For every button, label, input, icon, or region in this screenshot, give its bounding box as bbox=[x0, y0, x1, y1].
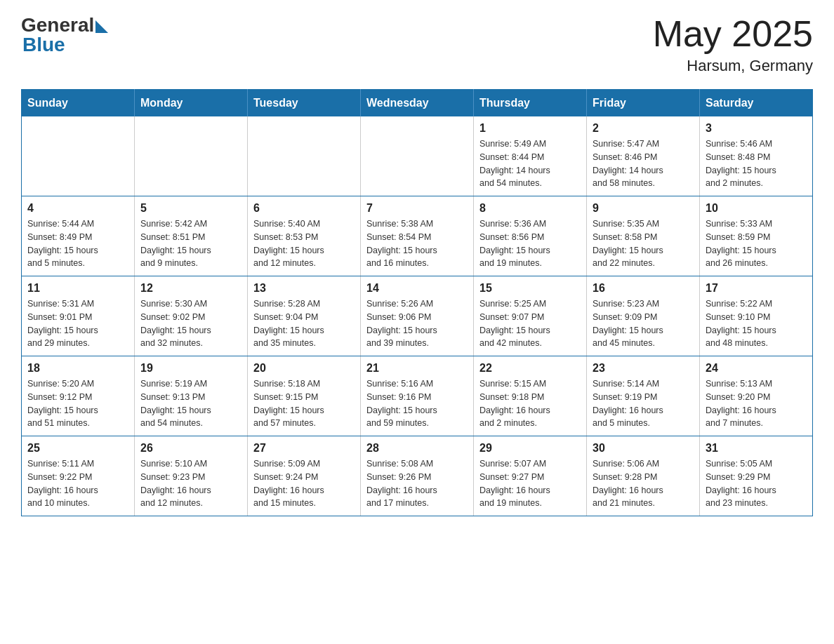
day-info: Sunrise: 5:26 AM Sunset: 9:06 PM Dayligh… bbox=[366, 297, 468, 350]
logo-blue-text: Blue bbox=[22, 34, 65, 56]
calendar-cell: 9Sunrise: 5:35 AM Sunset: 8:58 PM Daylig… bbox=[587, 196, 700, 276]
day-info: Sunrise: 5:31 AM Sunset: 9:01 PM Dayligh… bbox=[27, 297, 128, 350]
day-of-week-header: Sunday bbox=[22, 90, 135, 117]
calendar-cell bbox=[248, 116, 361, 196]
day-of-week-header: Thursday bbox=[474, 90, 587, 117]
day-number: 23 bbox=[593, 362, 694, 375]
day-info: Sunrise: 5:06 AM Sunset: 9:28 PM Dayligh… bbox=[593, 457, 694, 510]
calendar-week-row: 25Sunrise: 5:11 AM Sunset: 9:22 PM Dayli… bbox=[22, 436, 813, 516]
calendar-cell bbox=[135, 116, 248, 196]
calendar-cell: 6Sunrise: 5:40 AM Sunset: 8:53 PM Daylig… bbox=[248, 196, 361, 276]
day-info: Sunrise: 5:13 AM Sunset: 9:20 PM Dayligh… bbox=[706, 377, 807, 430]
calendar-cell: 3Sunrise: 5:46 AM Sunset: 8:48 PM Daylig… bbox=[700, 116, 813, 196]
day-info: Sunrise: 5:18 AM Sunset: 9:15 PM Dayligh… bbox=[253, 377, 355, 430]
day-info: Sunrise: 5:20 AM Sunset: 9:12 PM Dayligh… bbox=[27, 377, 128, 430]
page-location: Harsum, Germany bbox=[653, 57, 813, 75]
calendar-cell: 13Sunrise: 5:28 AM Sunset: 9:04 PM Dayli… bbox=[248, 276, 361, 356]
day-info: Sunrise: 5:08 AM Sunset: 9:26 PM Dayligh… bbox=[366, 457, 468, 510]
day-number: 14 bbox=[366, 282, 468, 295]
day-info: Sunrise: 5:35 AM Sunset: 8:58 PM Dayligh… bbox=[593, 217, 694, 270]
day-info: Sunrise: 5:10 AM Sunset: 9:23 PM Dayligh… bbox=[140, 457, 241, 510]
calendar-cell: 14Sunrise: 5:26 AM Sunset: 9:06 PM Dayli… bbox=[361, 276, 474, 356]
day-info: Sunrise: 5:05 AM Sunset: 9:29 PM Dayligh… bbox=[706, 457, 807, 510]
calendar-cell: 1Sunrise: 5:49 AM Sunset: 8:44 PM Daylig… bbox=[474, 116, 587, 196]
day-number: 29 bbox=[479, 442, 581, 455]
day-info: Sunrise: 5:44 AM Sunset: 8:49 PM Dayligh… bbox=[27, 217, 128, 270]
day-number: 24 bbox=[706, 362, 807, 375]
day-info: Sunrise: 5:28 AM Sunset: 9:04 PM Dayligh… bbox=[253, 297, 355, 350]
day-number: 8 bbox=[479, 202, 581, 215]
day-info: Sunrise: 5:30 AM Sunset: 9:02 PM Dayligh… bbox=[140, 297, 241, 350]
day-info: Sunrise: 5:15 AM Sunset: 9:18 PM Dayligh… bbox=[479, 377, 581, 430]
day-number: 1 bbox=[479, 122, 581, 135]
day-of-week-header: Wednesday bbox=[361, 90, 474, 117]
day-info: Sunrise: 5:09 AM Sunset: 9:24 PM Dayligh… bbox=[253, 457, 355, 510]
day-info: Sunrise: 5:38 AM Sunset: 8:54 PM Dayligh… bbox=[366, 217, 468, 270]
day-of-week-header: Tuesday bbox=[248, 90, 361, 117]
day-number: 19 bbox=[140, 362, 241, 375]
calendar-header-row: SundayMondayTuesdayWednesdayThursdayFrid… bbox=[22, 90, 813, 117]
day-number: 15 bbox=[479, 282, 581, 295]
day-info: Sunrise: 5:07 AM Sunset: 9:27 PM Dayligh… bbox=[479, 457, 581, 510]
day-number: 21 bbox=[366, 362, 468, 375]
day-number: 6 bbox=[253, 202, 355, 215]
calendar-week-row: 11Sunrise: 5:31 AM Sunset: 9:01 PM Dayli… bbox=[22, 276, 813, 356]
day-info: Sunrise: 5:40 AM Sunset: 8:53 PM Dayligh… bbox=[253, 217, 355, 270]
day-number: 30 bbox=[593, 442, 694, 455]
day-number: 25 bbox=[27, 442, 128, 455]
day-info: Sunrise: 5:49 AM Sunset: 8:44 PM Dayligh… bbox=[479, 137, 581, 190]
day-info: Sunrise: 5:25 AM Sunset: 9:07 PM Dayligh… bbox=[479, 297, 581, 350]
calendar-cell: 8Sunrise: 5:36 AM Sunset: 8:56 PM Daylig… bbox=[474, 196, 587, 276]
day-info: Sunrise: 5:46 AM Sunset: 8:48 PM Dayligh… bbox=[706, 137, 807, 190]
calendar-cell bbox=[22, 116, 135, 196]
day-number: 5 bbox=[140, 202, 241, 215]
day-of-week-header: Monday bbox=[135, 90, 248, 117]
calendar-cell: 28Sunrise: 5:08 AM Sunset: 9:26 PM Dayli… bbox=[361, 436, 474, 516]
day-number: 2 bbox=[593, 122, 694, 135]
day-number: 28 bbox=[366, 442, 468, 455]
day-info: Sunrise: 5:36 AM Sunset: 8:56 PM Dayligh… bbox=[479, 217, 581, 270]
day-info: Sunrise: 5:47 AM Sunset: 8:46 PM Dayligh… bbox=[593, 137, 694, 190]
day-info: Sunrise: 5:23 AM Sunset: 9:09 PM Dayligh… bbox=[593, 297, 694, 350]
day-number: 11 bbox=[27, 282, 128, 295]
calendar-cell: 31Sunrise: 5:05 AM Sunset: 9:29 PM Dayli… bbox=[700, 436, 813, 516]
day-number: 4 bbox=[27, 202, 128, 215]
calendar-cell: 21Sunrise: 5:16 AM Sunset: 9:16 PM Dayli… bbox=[361, 356, 474, 436]
calendar-cell: 23Sunrise: 5:14 AM Sunset: 9:19 PM Dayli… bbox=[587, 356, 700, 436]
day-number: 26 bbox=[140, 442, 241, 455]
calendar-table: SundayMondayTuesdayWednesdayThursdayFrid… bbox=[21, 89, 813, 516]
day-info: Sunrise: 5:14 AM Sunset: 9:19 PM Dayligh… bbox=[593, 377, 694, 430]
calendar-cell: 22Sunrise: 5:15 AM Sunset: 9:18 PM Dayli… bbox=[474, 356, 587, 436]
day-number: 16 bbox=[593, 282, 694, 295]
calendar-cell: 15Sunrise: 5:25 AM Sunset: 9:07 PM Dayli… bbox=[474, 276, 587, 356]
day-number: 18 bbox=[27, 362, 128, 375]
day-number: 20 bbox=[253, 362, 355, 375]
calendar-cell: 18Sunrise: 5:20 AM Sunset: 9:12 PM Dayli… bbox=[22, 356, 135, 436]
title-block: May 2025 Harsum, Germany bbox=[653, 14, 813, 75]
calendar-cell: 20Sunrise: 5:18 AM Sunset: 9:15 PM Dayli… bbox=[248, 356, 361, 436]
day-of-week-header: Friday bbox=[587, 90, 700, 117]
calendar-cell: 27Sunrise: 5:09 AM Sunset: 9:24 PM Dayli… bbox=[248, 436, 361, 516]
day-number: 9 bbox=[593, 202, 694, 215]
logo-triangle-icon bbox=[95, 20, 108, 33]
calendar-cell: 16Sunrise: 5:23 AM Sunset: 9:09 PM Dayli… bbox=[587, 276, 700, 356]
day-number: 17 bbox=[706, 282, 807, 295]
calendar-cell: 10Sunrise: 5:33 AM Sunset: 8:59 PM Dayli… bbox=[700, 196, 813, 276]
calendar-cell: 2Sunrise: 5:47 AM Sunset: 8:46 PM Daylig… bbox=[587, 116, 700, 196]
page-header: General Blue May 2025 Harsum, Germany bbox=[21, 14, 813, 75]
day-number: 27 bbox=[253, 442, 355, 455]
logo: General Blue bbox=[21, 14, 108, 56]
day-info: Sunrise: 5:19 AM Sunset: 9:13 PM Dayligh… bbox=[140, 377, 241, 430]
day-info: Sunrise: 5:16 AM Sunset: 9:16 PM Dayligh… bbox=[366, 377, 468, 430]
calendar-week-row: 1Sunrise: 5:49 AM Sunset: 8:44 PM Daylig… bbox=[22, 116, 813, 196]
day-info: Sunrise: 5:33 AM Sunset: 8:59 PM Dayligh… bbox=[706, 217, 807, 270]
calendar-cell: 4Sunrise: 5:44 AM Sunset: 8:49 PM Daylig… bbox=[22, 196, 135, 276]
day-number: 3 bbox=[706, 122, 807, 135]
day-number: 7 bbox=[366, 202, 468, 215]
calendar-cell: 24Sunrise: 5:13 AM Sunset: 9:20 PM Dayli… bbox=[700, 356, 813, 436]
day-number: 22 bbox=[479, 362, 581, 375]
day-number: 10 bbox=[706, 202, 807, 215]
calendar-cell: 11Sunrise: 5:31 AM Sunset: 9:01 PM Dayli… bbox=[22, 276, 135, 356]
calendar-cell: 26Sunrise: 5:10 AM Sunset: 9:23 PM Dayli… bbox=[135, 436, 248, 516]
page-title: May 2025 bbox=[653, 14, 813, 54]
